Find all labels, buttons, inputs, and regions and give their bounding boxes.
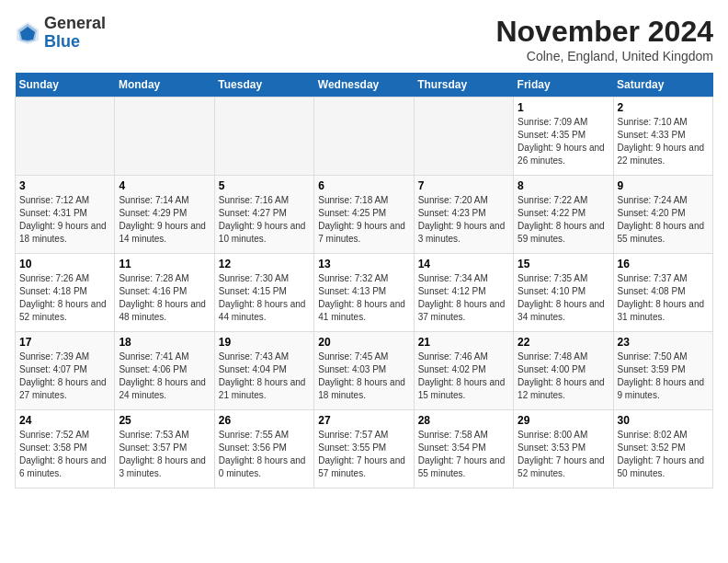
day-info: Sunrise: 7:41 AM Sunset: 4:06 PM Dayligh… — [119, 350, 210, 402]
day-number: 29 — [518, 414, 609, 427]
cell-2-1: 11Sunrise: 7:28 AM Sunset: 4:16 PM Dayli… — [115, 254, 214, 332]
day-info: Sunrise: 7:34 AM Sunset: 4:12 PM Dayligh… — [418, 272, 509, 324]
cell-1-0: 3Sunrise: 7:12 AM Sunset: 4:31 PM Daylig… — [16, 176, 115, 254]
day-number: 6 — [318, 179, 409, 192]
day-info: Sunrise: 7:48 AM Sunset: 4:00 PM Dayligh… — [518, 350, 609, 402]
page-header: General Blue November 2024 Colne, Englan… — [15, 15, 713, 63]
day-info: Sunrise: 7:18 AM Sunset: 4:25 PM Dayligh… — [318, 194, 409, 246]
calendar-body: 1Sunrise: 7:09 AM Sunset: 4:35 PM Daylig… — [16, 98, 713, 488]
day-number: 12 — [219, 258, 310, 270]
day-info: Sunrise: 7:55 AM Sunset: 3:56 PM Dayligh… — [219, 429, 310, 480]
day-number: 5 — [219, 179, 310, 192]
cell-0-6: 2Sunrise: 7:10 AM Sunset: 4:33 PM Daylig… — [613, 98, 712, 176]
cell-2-5: 15Sunrise: 7:35 AM Sunset: 4:10 PM Dayli… — [514, 254, 613, 332]
cell-4-0: 24Sunrise: 7:52 AM Sunset: 3:58 PM Dayli… — [16, 410, 115, 488]
day-number: 9 — [618, 179, 709, 192]
cell-4-6: 30Sunrise: 8:02 AM Sunset: 3:52 PM Dayli… — [613, 410, 712, 488]
cell-3-3: 20Sunrise: 7:45 AM Sunset: 4:03 PM Dayli… — [314, 332, 414, 410]
cell-3-2: 19Sunrise: 7:43 AM Sunset: 4:04 PM Dayli… — [214, 332, 313, 410]
day-number: 22 — [518, 336, 609, 349]
cell-2-6: 16Sunrise: 7:37 AM Sunset: 4:08 PM Dayli… — [613, 254, 712, 332]
cell-0-5: 1Sunrise: 7:09 AM Sunset: 4:35 PM Daylig… — [514, 98, 613, 176]
day-info: Sunrise: 7:28 AM Sunset: 4:16 PM Dayligh… — [119, 272, 210, 324]
calendar-header: Sunday Monday Tuesday Wednesday Thursday… — [16, 73, 713, 98]
day-info: Sunrise: 7:09 AM Sunset: 4:35 PM Dayligh… — [518, 116, 609, 167]
day-info: Sunrise: 7:35 AM Sunset: 4:10 PM Dayligh… — [518, 272, 609, 324]
day-number: 2 — [618, 101, 709, 114]
logo: General Blue — [15, 15, 106, 52]
cell-2-4: 14Sunrise: 7:34 AM Sunset: 4:12 PM Dayli… — [414, 254, 513, 332]
col-saturday: Saturday — [613, 73, 712, 98]
day-info: Sunrise: 7:22 AM Sunset: 4:22 PM Dayligh… — [518, 194, 609, 246]
cell-3-4: 21Sunrise: 7:46 AM Sunset: 4:02 PM Dayli… — [414, 332, 513, 410]
day-info: Sunrise: 7:45 AM Sunset: 4:03 PM Dayligh… — [318, 350, 409, 402]
day-info: Sunrise: 7:30 AM Sunset: 4:15 PM Dayligh… — [219, 272, 310, 324]
day-number: 19 — [219, 336, 310, 349]
day-number: 11 — [119, 258, 210, 270]
day-number: 27 — [318, 414, 409, 427]
day-number: 18 — [119, 336, 210, 349]
day-info: Sunrise: 8:02 AM Sunset: 3:52 PM Dayligh… — [618, 429, 709, 480]
day-number: 3 — [19, 179, 110, 192]
day-info: Sunrise: 7:32 AM Sunset: 4:13 PM Dayligh… — [318, 272, 409, 324]
day-info: Sunrise: 7:12 AM Sunset: 4:31 PM Dayligh… — [19, 194, 110, 246]
day-number: 15 — [518, 258, 609, 270]
cell-0-2 — [214, 98, 313, 176]
calendar: Sunday Monday Tuesday Wednesday Thursday… — [15, 73, 713, 488]
cell-4-5: 29Sunrise: 8:00 AM Sunset: 3:53 PM Dayli… — [514, 410, 613, 488]
day-info: Sunrise: 7:43 AM Sunset: 4:04 PM Dayligh… — [219, 350, 310, 402]
cell-1-5: 8Sunrise: 7:22 AM Sunset: 4:22 PM Daylig… — [514, 176, 613, 254]
day-number: 20 — [318, 336, 409, 349]
day-info: Sunrise: 7:46 AM Sunset: 4:02 PM Dayligh… — [418, 350, 509, 402]
month-title: November 2024 — [495, 15, 713, 49]
cell-2-2: 12Sunrise: 7:30 AM Sunset: 4:15 PM Dayli… — [214, 254, 313, 332]
day-number: 1 — [518, 101, 609, 114]
day-info: Sunrise: 7:39 AM Sunset: 4:07 PM Dayligh… — [19, 350, 110, 402]
day-info: Sunrise: 7:24 AM Sunset: 4:20 PM Dayligh… — [618, 194, 709, 246]
cell-4-4: 28Sunrise: 7:58 AM Sunset: 3:54 PM Dayli… — [414, 410, 513, 488]
cell-2-0: 10Sunrise: 7:26 AM Sunset: 4:18 PM Dayli… — [16, 254, 115, 332]
day-number: 16 — [618, 258, 709, 270]
day-number: 30 — [618, 414, 709, 427]
cell-1-3: 6Sunrise: 7:18 AM Sunset: 4:25 PM Daylig… — [314, 176, 414, 254]
location: Colne, England, United Kingdom — [495, 49, 713, 63]
day-number: 13 — [318, 258, 409, 270]
day-info: Sunrise: 7:58 AM Sunset: 3:54 PM Dayligh… — [418, 429, 509, 480]
day-number: 25 — [119, 414, 210, 427]
cell-2-3: 13Sunrise: 7:32 AM Sunset: 4:13 PM Dayli… — [314, 254, 414, 332]
header-row: Sunday Monday Tuesday Wednesday Thursday… — [16, 73, 713, 98]
cell-4-2: 26Sunrise: 7:55 AM Sunset: 3:56 PM Dayli… — [214, 410, 313, 488]
cell-4-1: 25Sunrise: 7:53 AM Sunset: 3:57 PM Dayli… — [115, 410, 214, 488]
day-info: Sunrise: 8:00 AM Sunset: 3:53 PM Dayligh… — [518, 429, 609, 480]
cell-3-6: 23Sunrise: 7:50 AM Sunset: 3:59 PM Dayli… — [613, 332, 712, 410]
col-monday: Monday — [115, 73, 214, 98]
day-number: 21 — [418, 336, 509, 349]
cell-0-4 — [414, 98, 513, 176]
day-info: Sunrise: 7:10 AM Sunset: 4:33 PM Dayligh… — [618, 116, 709, 167]
day-number: 4 — [119, 179, 210, 192]
cell-0-1 — [115, 98, 214, 176]
logo-icon — [15, 20, 40, 46]
day-number: 23 — [618, 336, 709, 349]
week-row-2: 3Sunrise: 7:12 AM Sunset: 4:31 PM Daylig… — [16, 176, 713, 254]
cell-1-6: 9Sunrise: 7:24 AM Sunset: 4:20 PM Daylig… — [613, 176, 712, 254]
cell-3-0: 17Sunrise: 7:39 AM Sunset: 4:07 PM Dayli… — [16, 332, 115, 410]
day-number: 7 — [418, 179, 509, 192]
cell-3-1: 18Sunrise: 7:41 AM Sunset: 4:06 PM Dayli… — [115, 332, 214, 410]
day-info: Sunrise: 7:14 AM Sunset: 4:29 PM Dayligh… — [119, 194, 210, 246]
day-info: Sunrise: 7:26 AM Sunset: 4:18 PM Dayligh… — [19, 272, 110, 324]
cell-0-0 — [16, 98, 115, 176]
day-info: Sunrise: 7:50 AM Sunset: 3:59 PM Dayligh… — [618, 350, 709, 402]
col-thursday: Thursday — [414, 73, 513, 98]
day-number: 26 — [219, 414, 310, 427]
col-wednesday: Wednesday — [314, 73, 414, 98]
day-info: Sunrise: 7:16 AM Sunset: 4:27 PM Dayligh… — [219, 194, 310, 246]
col-sunday: Sunday — [16, 73, 115, 98]
title-block: November 2024 Colne, England, United Kin… — [495, 15, 713, 63]
logo-text: General Blue — [44, 15, 106, 52]
day-number: 10 — [19, 258, 110, 270]
week-row-5: 24Sunrise: 7:52 AM Sunset: 3:58 PM Dayli… — [16, 410, 713, 488]
day-info: Sunrise: 7:57 AM Sunset: 3:55 PM Dayligh… — [318, 429, 409, 480]
day-info: Sunrise: 7:20 AM Sunset: 4:23 PM Dayligh… — [418, 194, 509, 246]
cell-3-5: 22Sunrise: 7:48 AM Sunset: 4:00 PM Dayli… — [514, 332, 613, 410]
